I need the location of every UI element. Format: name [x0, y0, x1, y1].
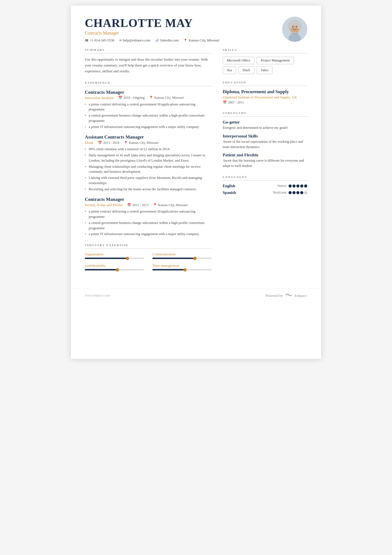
header-left: CHARLOTTE MAY Contracts Manager ☎ +1-914…	[85, 17, 219, 43]
expertise-communication-label: Communication	[152, 252, 212, 256]
candidate-name: CHARLOTTE MAY	[85, 17, 219, 29]
job-1-date: 📅 2018 - Ongoing	[118, 96, 145, 100]
language-english-name: English	[223, 184, 235, 188]
job-1-bullet-3: a prime IT infrastructure outsourcing en…	[85, 124, 212, 130]
phone-icon: ☎	[85, 39, 89, 42]
job-2-bullet-5: Recruiting and selecting for the teams a…	[85, 187, 212, 192]
language-english-row: English Native	[223, 184, 307, 188]
expertise-confidentiality-bar	[85, 269, 144, 270]
dot-4	[300, 184, 303, 188]
resume-page: CHARLOTTE MAY Contracts Manager ☎ +1-914…	[71, 6, 321, 359]
strength-patient-name: Patient and Flexible	[223, 153, 307, 157]
expertise-time-bar	[152, 269, 212, 270]
location-icon: 📍	[183, 39, 187, 42]
calendar-icon-1: 📅	[118, 96, 122, 100]
strength-interpersonal-name: Interpersonal Skills	[223, 134, 307, 139]
skills-section: SKILLS Microsoft Office Project Manageme…	[223, 48, 307, 74]
email-address: help@enhancv.com	[123, 38, 150, 43]
job-3-meta: Strosin, Nolan and Pfeffer 📅 2011 - 2013…	[85, 203, 212, 207]
job-2-company: Monk	[85, 140, 93, 145]
expertise-time-dot	[183, 268, 187, 272]
expertise-grid: Organisation Communication	[85, 252, 212, 270]
job-2-date: 📅 2013 - 2018	[98, 141, 119, 145]
languages-section: LANGUAGES English Native	[223, 175, 307, 195]
job-2-bullets: 99% client retention with a turnover of …	[85, 147, 212, 192]
expertise-confidentiality-fill	[85, 269, 117, 270]
brand-name: Enhancv	[295, 293, 307, 298]
edu-institution: Chartered Institute of Procurement and S…	[223, 95, 307, 100]
summary-title: SUMMARY	[85, 48, 212, 53]
svg-point-6	[292, 26, 293, 27]
language-spanish-row: Spanish Proficient	[223, 191, 307, 195]
job-1-title: Contracts Manager	[85, 90, 212, 95]
sdot-1	[289, 191, 292, 194]
expertise-section: INDUSTRY EXPERTISE Organisation Communic…	[85, 243, 212, 270]
language-spanish-name: Spanish	[223, 191, 236, 195]
pin-icon-2: 📍	[124, 141, 128, 145]
dot-3	[296, 184, 299, 188]
avatar	[282, 17, 307, 42]
language-english-dots	[289, 184, 307, 188]
right-column: SKILLS Microsoft Office Project Manageme…	[223, 48, 307, 277]
skills-grid: Microsoft Office Project Management Jira…	[223, 57, 307, 74]
expertise-title: INDUSTRY EXPERTISE	[85, 243, 212, 249]
job-2-location: 📍 Kansas City, Missouri	[124, 141, 158, 145]
phone-contact: ☎ +1-914-345-5530	[85, 38, 114, 43]
job-2-bullet-1: 99% client retention with a turnover of …	[85, 147, 212, 152]
job-1-company: Innovation Modular	[85, 96, 114, 100]
edu-date: 📅 2007 - 2011	[223, 100, 307, 105]
sdot-5	[304, 191, 307, 194]
job-1-meta: Innovation Modular 📅 2018 - Ongoing 📍 Ka…	[85, 96, 212, 100]
main-body: SUMMARY Use this opportunity to intrigue…	[71, 48, 321, 288]
job-2-bullet-3: Managing client relationships and conduc…	[85, 164, 212, 175]
job-3-company: Strosin, Nolan and Pfeffer	[85, 203, 123, 207]
skill-microsoft-office: Microsoft Office	[223, 57, 254, 64]
svg-point-7	[296, 26, 297, 27]
calendar-icon-3: 📅	[127, 203, 131, 207]
linkedin-url: linkedin.com	[160, 38, 179, 43]
job-1-bullets: a prime contract delivering a central go…	[85, 102, 212, 130]
job-3-bullet-2: a central government business change sub…	[85, 220, 212, 231]
education-title: EDUCATION	[223, 81, 307, 86]
strength-interpersonal-desc: Aware of the social expectations of the …	[223, 139, 307, 150]
skill-project-management: Project Management	[257, 57, 294, 64]
job-1-bullet-1: a prime contract delivering a central go…	[85, 102, 212, 112]
job-2-bullet-2: Daily management of 45 staff (data entry…	[85, 153, 212, 163]
job-2-title: Assistant Contracts Manager	[85, 134, 212, 140]
expertise-communication-dot	[193, 257, 197, 260]
contact-info: ☎ +1-914-345-5530 ✉ help@enhancv.com 🔗 l…	[85, 38, 219, 43]
phone-number: +1-914-345-5530	[90, 38, 114, 43]
link-icon: 🔗	[155, 39, 159, 42]
footer-logo: Powered by Enhancv	[266, 292, 307, 299]
expertise-organisation: Organisation	[85, 252, 144, 259]
job-3-date: 📅 2011 - 2013	[127, 203, 148, 207]
strength-go-getter-desc: Energetic and determined to achieve my g…	[223, 125, 307, 130]
email-contact: ✉ help@enhancv.com	[119, 38, 150, 43]
language-english-right: Native	[277, 184, 307, 188]
strength-go-getter: Go-getter Energetic and determined to ac…	[223, 120, 307, 130]
expertise-confidentiality: confidentiality	[85, 263, 144, 270]
expertise-communication-fill	[152, 258, 195, 259]
job-3-location: 📍 Kansas City, Missouri	[153, 203, 188, 207]
job-3-bullet-3: a prime IT infrastructure outsourcing en…	[85, 231, 212, 237]
linkedin-contact: 🔗 linkedin.com	[155, 38, 179, 43]
experience-title: EXPERIENCE	[85, 81, 212, 86]
header: CHARLOTTE MAY Contracts Manager ☎ +1-914…	[71, 6, 321, 48]
expertise-time-management: Time management	[152, 263, 212, 270]
job-3-bullet-1: a prime contract delivering a central go…	[85, 209, 212, 219]
powered-by-text: Powered by	[266, 293, 283, 298]
svg-point-5	[297, 22, 302, 29]
dot-5	[304, 184, 307, 188]
job-2-meta: Monk 📅 2013 - 2018 📍 Kansas City, Missou…	[85, 140, 212, 145]
job-1-bullet-2: a central government business change sub…	[85, 113, 212, 124]
experience-section: EXPERIENCE Contracts Manager Innovation …	[85, 81, 212, 237]
sdot-4	[300, 191, 303, 194]
location-text: Kansas City, Missouri	[188, 38, 219, 43]
calendar-icon-edu: 📅	[223, 100, 227, 105]
job-1: Contracts Manager Innovation Modular 📅 2…	[85, 90, 212, 130]
job-1-location: 📍 Kansas City, Missouri	[149, 96, 184, 100]
strength-go-getter-name: Go-getter	[223, 120, 307, 125]
expertise-organisation-dot	[126, 257, 129, 260]
left-column: SUMMARY Use this opportunity to intrigue…	[85, 48, 212, 277]
expertise-communication-bar	[152, 258, 212, 259]
